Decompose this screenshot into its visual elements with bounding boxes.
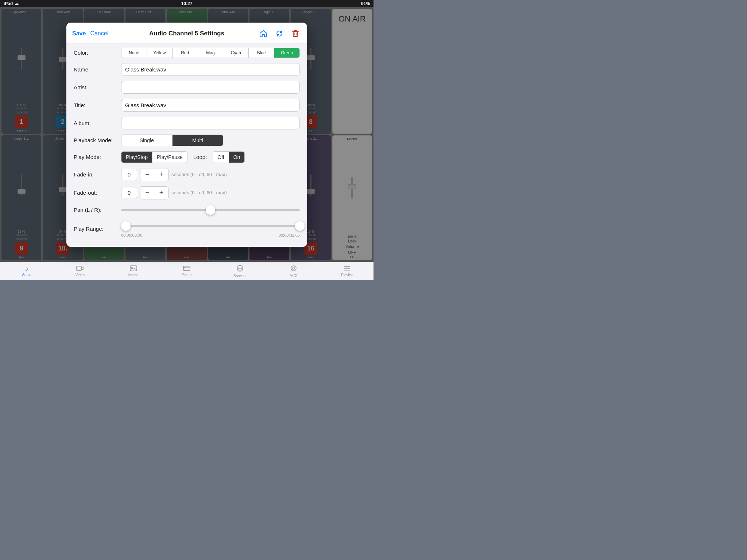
refresh-button[interactable] bbox=[274, 28, 285, 39]
color-blue[interactable]: Blue bbox=[249, 48, 274, 58]
fade-in-stepper: − + bbox=[140, 168, 169, 181]
modal-header-right bbox=[250, 28, 301, 39]
name-row: Name: bbox=[74, 63, 300, 76]
tab-playlist[interactable]: Playlist bbox=[320, 262, 374, 280]
loop-segmented: Off On bbox=[213, 151, 245, 163]
tab-midi[interactable]: MIDI bbox=[267, 262, 320, 280]
tab-video-label: Video bbox=[76, 273, 85, 277]
pan-row: Pan (L / R): bbox=[74, 205, 300, 215]
playback-mode-label: Playback Mode: bbox=[74, 137, 121, 143]
artist-field-container bbox=[121, 81, 300, 94]
name-field[interactable] bbox=[121, 63, 300, 76]
modal-body: Color: None Yellow Red Mag Cyan Blue Gre… bbox=[66, 43, 307, 247]
fade-out-value[interactable] bbox=[121, 187, 137, 198]
color-red[interactable]: Red bbox=[173, 48, 198, 58]
artist-field[interactable] bbox=[121, 81, 300, 94]
play-mode-control: Play/Stop Play/Pause Loop: Off On bbox=[121, 151, 300, 163]
home-button[interactable] bbox=[258, 28, 269, 39]
range-end-label: 00:00:02.85 bbox=[279, 233, 300, 237]
loop-on[interactable]: On bbox=[229, 152, 245, 163]
play-range-row: Play Range: 00:00:00.00 00:00:02.85 bbox=[74, 221, 300, 237]
fade-in-inner: − + seconds (0 - off, 60 - max) bbox=[121, 168, 300, 181]
pan-slider-thumb[interactable] bbox=[206, 205, 215, 215]
tab-browser-label: Browser bbox=[233, 274, 247, 278]
fade-out-inner: − + seconds (0 - off, 60 - max) bbox=[121, 186, 300, 199]
color-green[interactable]: Green bbox=[274, 48, 299, 58]
play-range-label: Play Range: bbox=[74, 226, 121, 232]
tab-audio[interactable]: ♪ Audio bbox=[0, 262, 53, 280]
loop-label: Loop: bbox=[193, 154, 207, 160]
modal-header-left: Save Cancel bbox=[72, 30, 123, 37]
color-row: Color: None Yellow Red Mag Cyan Blue Gre… bbox=[74, 48, 300, 58]
playback-single[interactable]: Single bbox=[121, 135, 173, 146]
title-field-container bbox=[121, 99, 300, 112]
album-row: Album: bbox=[74, 117, 300, 129]
color-mag[interactable]: Mag bbox=[198, 48, 224, 58]
save-button[interactable]: Save bbox=[72, 30, 86, 37]
title-label: Title: bbox=[74, 102, 121, 108]
tab-setup-label: Setup bbox=[182, 273, 191, 277]
title-field[interactable] bbox=[121, 99, 300, 112]
modal-title: Audio Channel 5 Settings bbox=[123, 30, 250, 37]
loop-off[interactable]: Off bbox=[213, 152, 229, 163]
svg-marker-2 bbox=[81, 267, 83, 270]
pan-slider-container bbox=[121, 205, 300, 215]
cancel-button[interactable]: Cancel bbox=[90, 30, 108, 37]
tab-setup[interactable]: Setup bbox=[160, 262, 213, 280]
fade-in-decrement[interactable]: − bbox=[140, 168, 154, 181]
album-field[interactable] bbox=[121, 117, 300, 129]
play-pause-option[interactable]: Play/Pause bbox=[152, 152, 187, 163]
color-options: None Yellow Red Mag Cyan Blue Green bbox=[121, 48, 300, 58]
color-picker: None Yellow Red Mag Cyan Blue Green bbox=[121, 48, 300, 58]
setup-icon bbox=[183, 265, 190, 272]
status-left: iPad ☁ bbox=[4, 1, 19, 6]
trash-button[interactable] bbox=[290, 28, 301, 39]
midi-icon bbox=[290, 265, 297, 273]
tab-midi-label: MIDI bbox=[290, 274, 297, 278]
fade-in-increment[interactable]: + bbox=[154, 168, 168, 181]
artist-row: Artist: bbox=[74, 81, 300, 94]
fade-out-control: − + seconds (0 - off, 60 - max) bbox=[121, 186, 300, 199]
fade-in-control: − + seconds (0 - off, 60 - max) bbox=[121, 168, 300, 181]
svg-point-12 bbox=[293, 267, 295, 269]
playback-mode-segmented: Single Multi bbox=[121, 135, 223, 146]
svg-point-11 bbox=[291, 266, 296, 271]
range-start-label: 00:00:00.00 bbox=[121, 233, 142, 237]
tab-image-label: Image bbox=[128, 273, 139, 277]
playlist-icon bbox=[343, 265, 351, 272]
fade-out-decrement[interactable]: − bbox=[140, 187, 154, 199]
tab-image[interactable]: Image bbox=[107, 262, 160, 280]
audio-icon: ♪ bbox=[25, 265, 28, 272]
image-icon bbox=[130, 265, 137, 272]
play-stop-option[interactable]: Play/Stop bbox=[121, 152, 152, 163]
tab-browser[interactable]: Browser bbox=[213, 262, 267, 280]
play-mode-segmented: Play/Stop Play/Pause bbox=[121, 151, 187, 163]
color-none[interactable]: None bbox=[121, 48, 147, 58]
playback-multi[interactable]: Multi bbox=[173, 135, 223, 146]
fade-out-row: Fade-out: − + seconds (0 - off, 60 - max… bbox=[74, 186, 300, 199]
title-row: Title: bbox=[74, 99, 300, 112]
name-label: Name: bbox=[74, 66, 121, 73]
color-yellow[interactable]: Yellow bbox=[147, 48, 173, 58]
artist-label: Artist: bbox=[74, 84, 121, 90]
fade-out-increment[interactable]: + bbox=[154, 187, 168, 199]
playback-mode-row: Playback Mode: Single Multi bbox=[74, 135, 300, 146]
modal-header: Save Cancel Audio Channel 5 Settings bbox=[66, 23, 307, 43]
fade-out-label: Fade-out: bbox=[74, 190, 121, 196]
svg-rect-0 bbox=[293, 31, 298, 36]
play-mode-row: Play Mode: Play/Stop Play/Pause Loop: Of… bbox=[74, 151, 300, 163]
fade-out-hint: seconds (0 - off, 60 - max) bbox=[171, 190, 227, 195]
play-range-thumb-end[interactable] bbox=[295, 221, 305, 231]
status-bar: iPad ☁ 10:27 91% bbox=[0, 0, 374, 7]
fade-out-stepper: − + bbox=[140, 186, 169, 199]
fade-in-value[interactable] bbox=[121, 169, 137, 180]
tab-video[interactable]: Video bbox=[53, 262, 107, 280]
color-cyan[interactable]: Cyan bbox=[223, 48, 249, 58]
modal-overlay: Save Cancel Audio Channel 5 Settings bbox=[0, 7, 374, 262]
play-range-control: 00:00:00.00 00:00:02.85 bbox=[121, 221, 300, 237]
pan-slider-track bbox=[121, 209, 300, 211]
pan-label: Pan (L / R): bbox=[74, 207, 121, 213]
range-labels: 00:00:00.00 00:00:02.85 bbox=[121, 233, 300, 237]
play-range-thumb-start[interactable] bbox=[121, 221, 131, 231]
play-range-track bbox=[121, 225, 300, 227]
